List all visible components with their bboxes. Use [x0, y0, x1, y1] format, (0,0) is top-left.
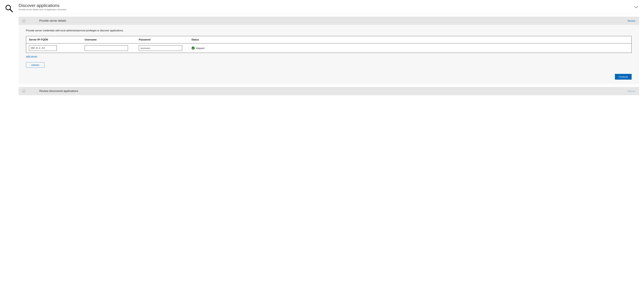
page-subtitle: Provide server details and run applicati… [18, 8, 66, 11]
step-provide-server-details-header: Provide server details Review [18, 17, 639, 25]
continue-button[interactable]: Continue [615, 74, 632, 80]
step-review-discovered-header: Review discovered applications Review [18, 87, 639, 95]
th-status: Status [192, 38, 629, 41]
server-credentials-table: Server IP/ FQDN Username Password Status [26, 36, 632, 53]
table-row: Mapped [26, 43, 632, 53]
add-server-link[interactable]: Add server [26, 55, 37, 58]
chevron-down-icon[interactable] [634, 6, 638, 8]
review-link[interactable]: Review [628, 90, 635, 92]
username-input[interactable] [85, 45, 128, 51]
step-title: Review discovered applications [39, 89, 628, 93]
svg-point-2 [192, 46, 195, 50]
instruction-text: Provide server credentials with local ad… [26, 29, 632, 32]
th-server-ip: Server IP/ FQDN [29, 38, 85, 41]
password-input[interactable] [139, 45, 182, 51]
page-title: Discover applications [18, 3, 66, 8]
th-password: Password [139, 38, 192, 41]
server-ip-input[interactable] [29, 45, 57, 51]
step-title: Provide server details [39, 19, 628, 22]
search-icon [5, 4, 13, 12]
th-username: Username [85, 38, 139, 41]
status-label: Mapped [196, 47, 204, 49]
check-circle-icon [22, 19, 26, 22]
status-success-icon [192, 46, 195, 50]
validate-button[interactable]: Validate [26, 62, 44, 68]
review-link[interactable]: Review [628, 19, 635, 22]
svg-line-1 [10, 9, 12, 12]
check-circle-icon [22, 90, 26, 93]
